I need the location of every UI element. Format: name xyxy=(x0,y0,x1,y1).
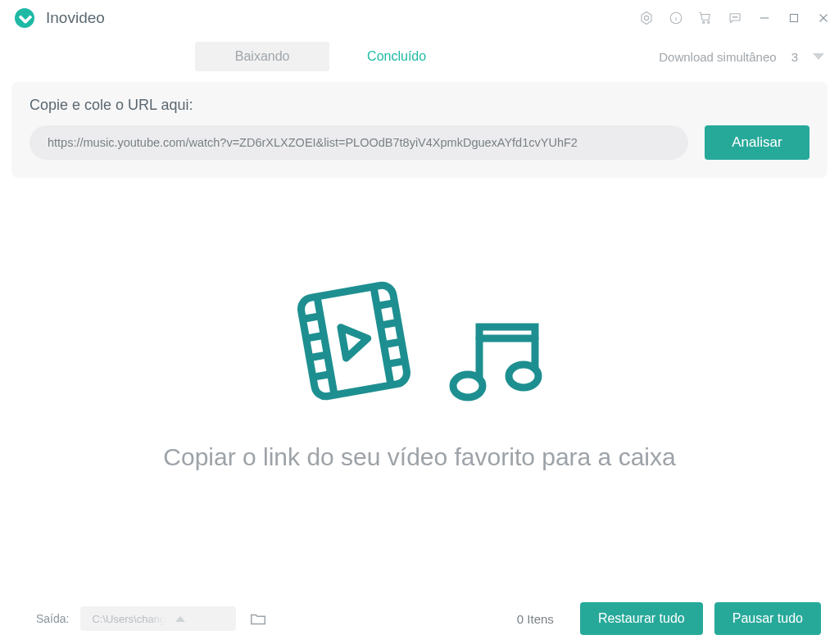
app-title: Inovideo xyxy=(46,9,105,27)
svg-point-5 xyxy=(703,21,705,23)
minimize-icon[interactable] xyxy=(757,11,772,25)
svg-line-23 xyxy=(383,341,401,344)
output-path-select[interactable]: C:\Users\chang xyxy=(80,606,236,631)
svg-point-28 xyxy=(509,365,538,388)
url-panel: Copie e cole o URL aqui: Analisar xyxy=(11,82,828,178)
window-controls xyxy=(639,11,831,25)
settings-icon[interactable] xyxy=(639,11,654,25)
simultaneous-download-label: Download simultâneo xyxy=(659,50,776,64)
info-icon[interactable] xyxy=(669,11,683,25)
svg-line-21 xyxy=(377,302,395,306)
maximize-icon[interactable] xyxy=(787,11,801,25)
svg-line-24 xyxy=(388,361,406,364)
tab-downloading[interactable]: Baixando xyxy=(195,42,329,71)
titlebar: Inovideo xyxy=(0,0,839,36)
svg-point-6 xyxy=(708,21,710,23)
analyze-button[interactable]: Analisar xyxy=(705,125,810,160)
url-label: Copie e cole o URL aqui: xyxy=(29,97,810,114)
restore-all-button[interactable]: Restaurar tudo xyxy=(580,602,703,635)
cart-icon[interactable] xyxy=(698,11,713,25)
items-count: 0 Itens xyxy=(517,612,554,626)
url-input[interactable] xyxy=(29,125,688,160)
empty-hint: Copiar o link do seu vídeo favorito para… xyxy=(163,443,675,471)
svg-point-1 xyxy=(644,16,648,20)
tabs: Baixando Concluído xyxy=(195,42,464,71)
empty-state: Copiar o link do seu vídeo favorito para… xyxy=(0,178,839,593)
svg-line-22 xyxy=(380,322,398,325)
simultaneous-download-select[interactable]: Download simultâneo 3 xyxy=(659,50,824,64)
output-label: Saída: xyxy=(36,612,69,625)
music-icon xyxy=(443,312,550,406)
film-icon xyxy=(289,276,419,406)
chevron-up-icon xyxy=(175,616,185,622)
footer: Saída: C:\Users\chang 0 Itens Restaurar … xyxy=(0,593,839,644)
close-icon[interactable] xyxy=(816,11,831,25)
feedback-icon[interactable] xyxy=(728,11,742,25)
url-row: Analisar xyxy=(29,125,810,160)
svg-point-7 xyxy=(732,16,733,17)
svg-marker-25 xyxy=(341,323,370,358)
svg-line-19 xyxy=(310,354,328,357)
chevron-down-icon xyxy=(813,53,824,60)
folder-icon[interactable] xyxy=(249,610,267,628)
tab-row: Baixando Concluído Download simultâneo 3 xyxy=(0,36,839,77)
svg-marker-0 xyxy=(642,12,651,25)
svg-line-18 xyxy=(306,335,324,338)
svg-point-9 xyxy=(737,16,737,17)
pause-all-button[interactable]: Pausar tudo xyxy=(714,602,821,635)
svg-point-27 xyxy=(453,374,483,397)
svg-point-8 xyxy=(735,16,736,17)
simultaneous-download-value: 3 xyxy=(788,50,801,64)
svg-rect-11 xyxy=(791,15,798,22)
app-logo-icon xyxy=(15,8,34,28)
svg-line-17 xyxy=(302,315,320,319)
svg-line-20 xyxy=(313,374,331,377)
svg-line-15 xyxy=(317,297,334,395)
tab-done[interactable]: Concluído xyxy=(329,42,464,71)
empty-illustration xyxy=(289,276,550,406)
